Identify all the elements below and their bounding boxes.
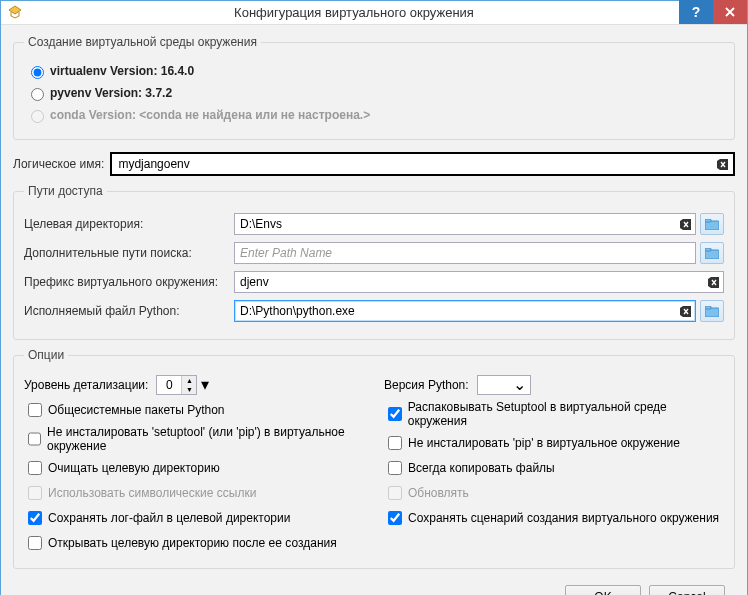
clear-icon[interactable] [678, 217, 692, 231]
checkbox-save-scripts[interactable] [388, 511, 402, 525]
app-icon [1, 5, 29, 21]
python-version-select[interactable]: ⌄ [477, 375, 531, 395]
checkbox-always-copy[interactable] [388, 461, 402, 475]
paths-legend: Пути доступа [24, 184, 107, 198]
checkbox-update [388, 486, 402, 500]
browse-extra-button[interactable] [700, 242, 724, 264]
prefix-label: Префикс виртуального окружения: [24, 275, 234, 289]
browse-target-button[interactable] [700, 213, 724, 235]
dialog-window: Конфигурация виртуального окружения ? Со… [0, 0, 748, 595]
label-open-target: Открывать целевую директорию после ее со… [48, 536, 337, 550]
target-dir-label: Целевая директория: [24, 217, 234, 231]
label-no-setuptool: Не инсталировать 'setuptool' (или 'pip')… [47, 425, 364, 453]
checkbox-no-pip[interactable] [388, 436, 402, 450]
verbosity-spinner[interactable]: ▲▼ [156, 375, 197, 395]
verbosity-value[interactable] [157, 376, 181, 394]
spinner-up-icon[interactable]: ▲ [182, 376, 196, 385]
radio-conda [31, 110, 44, 123]
browse-python-button[interactable] [700, 300, 724, 322]
clear-icon[interactable] [715, 157, 729, 171]
prefix-input[interactable] [238, 273, 706, 291]
options-legend: Опции [24, 348, 68, 362]
label-unpack-setuptool: Распаковывать Setuptool в виртуальной ср… [408, 400, 724, 428]
radio-virtualenv-label: virtualenv Version: 16.4.0 [50, 64, 194, 78]
label-save-scripts: Сохранять сценарий создания виртуального… [408, 511, 719, 525]
label-always-copy: Всегда копировать файлы [408, 461, 555, 475]
clear-icon[interactable] [706, 275, 720, 289]
paths-group: Пути доступа Целевая директория: Дополни… [13, 184, 735, 340]
name-input-container [110, 152, 735, 176]
radio-pyvenv-label: pyvenv Version: 3.7.2 [50, 86, 172, 100]
python-version-label: Версия Python: [384, 378, 469, 392]
label-symlinks: Использовать символические ссылки [48, 486, 256, 500]
target-dir-input[interactable] [238, 215, 678, 233]
options-group: Опции Уровень детализации: ▲▼ ▾ Общесист… [13, 348, 735, 569]
extra-paths-input[interactable] [238, 244, 692, 262]
chevron-down-icon: ⌄ [513, 377, 526, 393]
name-label: Логическое имя: [13, 157, 104, 171]
clear-icon[interactable] [678, 304, 692, 318]
checkbox-clear-target[interactable] [28, 461, 42, 475]
close-button[interactable] [713, 0, 747, 24]
label-no-pip: Не инсталировать 'pip' в виртуальное окр… [408, 436, 680, 450]
creation-group: Создание виртуальной среды окружения vir… [13, 35, 735, 140]
label-clear-target: Очищать целевую директорию [48, 461, 220, 475]
name-input[interactable] [116, 155, 715, 173]
svg-rect-3 [705, 248, 711, 251]
spinner-down-icon[interactable]: ▼ [182, 385, 196, 394]
checkbox-open-target[interactable] [28, 536, 42, 550]
radio-virtualenv[interactable] [31, 66, 44, 79]
radio-pyvenv[interactable] [31, 88, 44, 101]
cancel-button[interactable]: Cancel [649, 585, 725, 595]
python-exe-label: Исполняемый файл Python: [24, 304, 234, 318]
creation-legend: Создание виртуальной среды окружения [24, 35, 261, 49]
checkbox-save-log[interactable] [28, 511, 42, 525]
label-save-log: Сохранять лог-файл в целевой директории [48, 511, 290, 525]
titlebar: Конфигурация виртуального окружения ? [1, 1, 747, 25]
checkbox-system-packages[interactable] [28, 403, 42, 417]
label-system-packages: Общесистемные пакеты Python [48, 403, 225, 417]
window-title: Конфигурация виртуального окружения [29, 5, 679, 20]
ok-button[interactable]: OK [565, 585, 641, 595]
checkbox-unpack-setuptool[interactable] [388, 407, 402, 421]
checkbox-symlinks [28, 486, 42, 500]
checkbox-no-setuptool[interactable] [28, 432, 41, 446]
svg-rect-5 [705, 306, 711, 309]
extra-paths-label: Дополнительные пути поиска: [24, 246, 234, 260]
python-exe-input[interactable] [238, 302, 678, 320]
help-button[interactable]: ? [679, 0, 713, 24]
chevron-down-icon[interactable]: ▾ [201, 377, 209, 393]
label-update: Обновлять [408, 486, 469, 500]
radio-conda-label: conda Version: <conda не найдена или не … [50, 108, 370, 122]
verbosity-label: Уровень детализации: [24, 378, 148, 392]
svg-rect-1 [705, 219, 711, 222]
